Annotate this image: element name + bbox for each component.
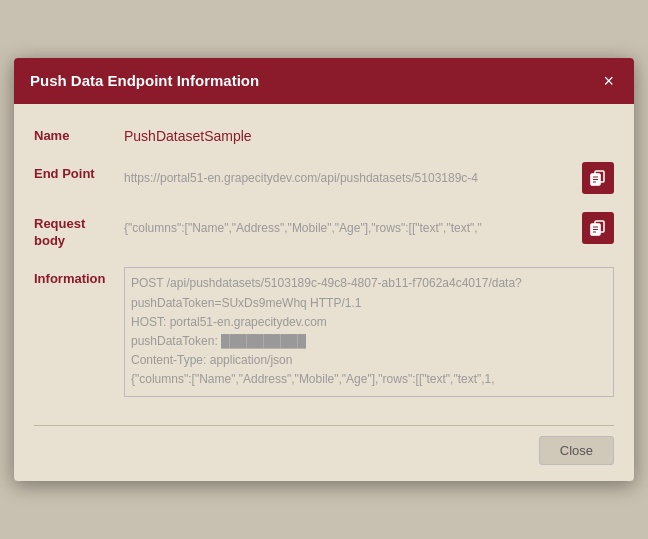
endpoint-value: https://portal51-en.grapecitydev.com/api… <box>124 171 574 185</box>
dialog-body: Name PushDatasetSample End Point https:/… <box>14 104 634 426</box>
footer-close-button[interactable]: Close <box>539 436 614 465</box>
dialog-title: Push Data Endpoint Information <box>30 72 259 89</box>
name-value: PushDatasetSample <box>124 124 614 144</box>
information-label: Information <box>34 267 124 286</box>
endpoint-content: https://portal51-en.grapecitydev.com/api… <box>124 162 614 194</box>
push-data-dialog: Push Data Endpoint Information × Name Pu… <box>14 58 634 482</box>
information-content: POST /api/pushdatasets/5103189c-49c8-480… <box>124 267 614 397</box>
copy-icon-2 <box>590 220 606 236</box>
request-body-label: Request body <box>34 212 124 250</box>
information-textarea[interactable]: POST /api/pushdatasets/5103189c-49c8-480… <box>124 267 614 397</box>
request-body-value: {"columns":["Name","Address","Mobile","A… <box>124 221 574 235</box>
dialog-header: Push Data Endpoint Information × <box>14 58 634 104</box>
name-row: Name PushDatasetSample <box>34 124 614 144</box>
copy-icon <box>590 170 606 186</box>
name-label: Name <box>34 124 124 143</box>
request-body-copy-button[interactable] <box>582 212 614 244</box>
dialog-footer: Close <box>14 426 634 481</box>
endpoint-label: End Point <box>34 162 124 181</box>
request-body-content: {"columns":["Name","Address","Mobile","A… <box>124 212 614 244</box>
endpoint-row: End Point https://portal51-en.grapecityd… <box>34 162 614 194</box>
dialog-close-button[interactable]: × <box>599 72 618 90</box>
request-body-row: Request body {"columns":["Name","Address… <box>34 212 614 250</box>
endpoint-copy-button[interactable] <box>582 162 614 194</box>
information-row: Information POST /api/pushdatasets/51031… <box>34 267 614 397</box>
